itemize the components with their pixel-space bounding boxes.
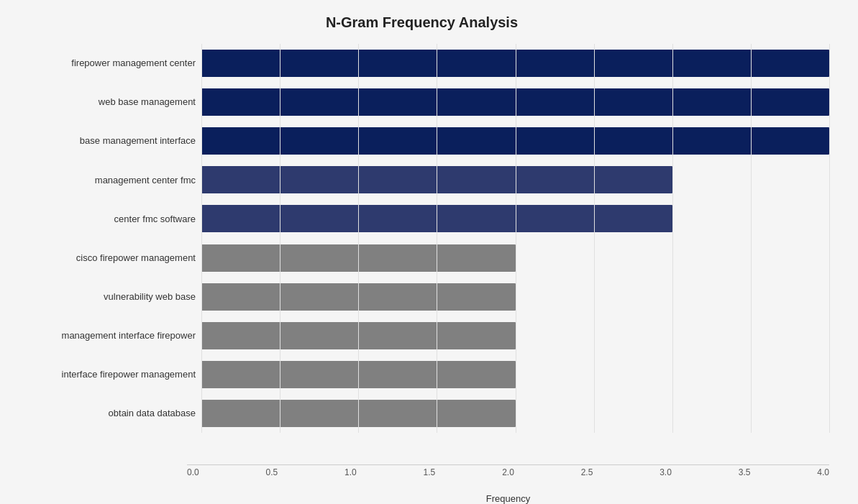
bar-row	[201, 318, 829, 354]
y-label: obtain data database	[14, 394, 196, 433]
bar	[201, 322, 516, 349]
y-label: cisco firepower management	[14, 239, 196, 278]
grid-line	[829, 44, 830, 433]
x-tick: 3.5	[739, 467, 751, 477]
y-label: base management interface	[14, 122, 196, 160]
bar-row	[201, 123, 829, 159]
bar-row	[201, 84, 829, 120]
y-label: web base management	[14, 83, 196, 122]
bar	[201, 50, 829, 77]
chart-title: N-Gram Frequency Analysis	[14, 14, 829, 31]
x-tick: 1.0	[344, 467, 357, 477]
y-label: center fmc software	[14, 199, 196, 238]
bars-section	[201, 44, 829, 433]
y-label: management center fmc	[14, 160, 196, 199]
x-axis-label: Frequency	[486, 493, 530, 504]
bar	[201, 361, 516, 388]
bar	[201, 127, 829, 155]
x-axis-area: 0.00.51.01.52.02.53.03.54.0 Frequency	[187, 464, 829, 504]
y-label: interface firepower management	[14, 355, 196, 394]
bar	[201, 283, 516, 311]
x-tick: 0.0	[187, 467, 199, 477]
bar-row	[201, 45, 829, 81]
bar	[201, 244, 516, 272]
x-tick: 2.0	[502, 467, 514, 477]
x-tick: 4.0	[817, 467, 829, 477]
chart-container: N-Gram Frequency Analysis firepower mana…	[0, 0, 858, 504]
bar	[201, 166, 672, 193]
bar	[201, 400, 516, 427]
y-labels: firepower management centerweb base mana…	[14, 44, 201, 433]
x-tick: 1.5	[424, 467, 436, 477]
y-label: management interface firepower	[14, 316, 196, 355]
x-tick: 3.0	[660, 467, 672, 477]
x-tick: 2.5	[581, 467, 593, 477]
y-label: vulnerability web base	[14, 278, 196, 316]
bar-row	[201, 279, 829, 315]
y-label: firepower management center	[14, 44, 196, 83]
chart-area: firepower management centerweb base mana…	[14, 44, 829, 433]
bar-row	[201, 240, 829, 276]
bar-row	[201, 201, 829, 237]
bar	[201, 88, 829, 116]
bar-row	[201, 357, 829, 393]
bar-row	[201, 395, 829, 431]
x-tick: 0.5	[266, 467, 278, 477]
bar	[201, 205, 672, 232]
bar-row	[201, 162, 829, 198]
